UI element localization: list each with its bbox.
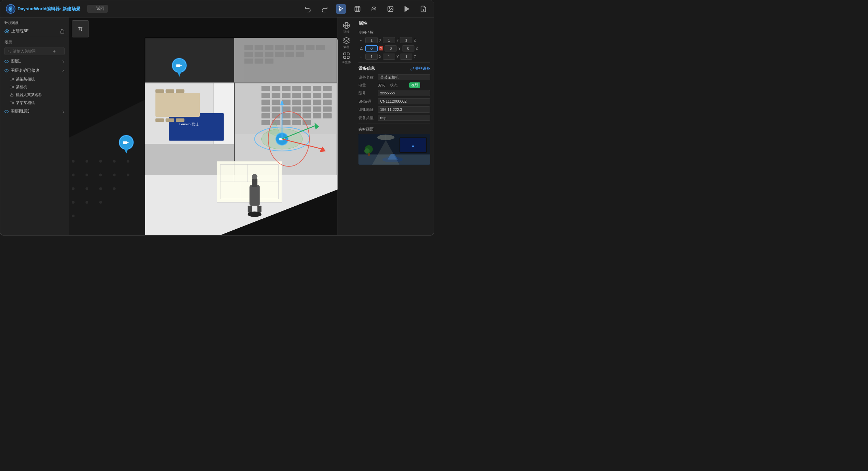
model-input[interactable]	[378, 90, 430, 96]
position-icon: ⌐	[358, 37, 364, 43]
search-box[interactable]: +	[4, 47, 65, 55]
svg-point-49	[113, 187, 116, 190]
svg-point-44	[127, 174, 129, 176]
pos-y-input[interactable]	[383, 37, 395, 43]
scale-x-input[interactable]	[365, 54, 378, 60]
rot-x-clear-button[interactable]: X	[379, 46, 383, 50]
sn-input[interactable]	[378, 98, 430, 104]
magnet-tool-button[interactable]	[369, 4, 379, 14]
svg-rect-86	[272, 86, 280, 91]
divider1	[358, 62, 430, 63]
layer-header: 图层	[4, 40, 65, 45]
svg-rect-100	[272, 100, 280, 105]
undo-button[interactable]	[303, 4, 313, 14]
eye-icon	[4, 29, 9, 34]
back-button[interactable]: ← 返回	[87, 5, 108, 13]
frame-tool-button[interactable]	[353, 4, 362, 14]
svg-rect-82	[244, 59, 253, 64]
pos-z-input[interactable]	[400, 37, 412, 43]
rot-x-input[interactable]	[365, 45, 378, 51]
twin-panel-button[interactable]: 孪生体	[340, 51, 353, 65]
svg-rect-113	[261, 113, 270, 118]
3d-scene[interactable]: Lenovo 联想	[69, 18, 338, 235]
realtime-preview[interactable]: ■	[358, 134, 430, 165]
svg-rect-68	[244, 45, 253, 50]
svg-rect-184	[368, 153, 370, 156]
add-layer-button[interactable]: +	[53, 48, 56, 54]
back-icon: ←	[91, 7, 95, 11]
material-panel-button[interactable]: 素材	[340, 36, 353, 50]
pos-x-input[interactable]	[365, 37, 378, 43]
svg-point-3	[10, 8, 12, 10]
layer-item-layer1[interactable]: 图层1 ∨	[0, 57, 69, 66]
svg-rect-124	[302, 120, 311, 125]
svg-rect-76	[244, 52, 253, 57]
svg-rect-23	[10, 86, 12, 88]
device-name-label: 设备名称	[358, 75, 376, 80]
svg-rect-133	[165, 89, 174, 93]
sn-label: SN编码	[358, 99, 376, 104]
svg-point-35	[85, 160, 88, 163]
layer1-expand-icon: ∨	[62, 59, 65, 63]
svg-point-37	[113, 160, 116, 163]
svg-point-140	[252, 174, 258, 180]
child-robot[interactable]: 机器人某某名称	[6, 91, 69, 99]
device-info-header: 设备信息 关联设备	[358, 66, 430, 71]
device-name-input[interactable]	[378, 74, 430, 80]
child-camera3[interactable]: 某某某相机	[6, 99, 69, 107]
scale-icon: ↔	[358, 54, 364, 59]
svg-rect-120	[261, 120, 270, 125]
battery-status-row: 电量 87% 状态 在线	[358, 82, 430, 88]
redo-button[interactable]	[320, 4, 329, 14]
select-tool-button[interactable]	[336, 4, 346, 14]
camera-icon-1	[10, 77, 14, 81]
child-camera1[interactable]: 某某某相机	[6, 75, 69, 83]
export-button[interactable]	[419, 4, 428, 14]
env-panel-button[interactable]: 环境	[340, 21, 353, 35]
pos-z-label: Z	[414, 38, 416, 42]
svg-rect-119	[323, 113, 332, 118]
topbar: DaystarWorld编辑器: 新建场景 ← 返回	[0, 0, 434, 18]
play-button[interactable]	[402, 4, 412, 14]
svg-rect-131	[155, 93, 200, 117]
svg-rect-69	[255, 45, 263, 50]
right-icon-panel: 环境 素材 孪生体	[338, 18, 355, 235]
sn-row: SN编码	[358, 98, 430, 104]
rot-y-input[interactable]	[385, 45, 397, 51]
viewport[interactable]: Lenovo 联想	[69, 18, 338, 235]
env-map-title: 环境地图	[0, 18, 69, 27]
rot-z-input[interactable]	[402, 45, 414, 51]
svg-line-18	[10, 52, 11, 53]
svg-rect-102	[292, 100, 301, 105]
layer-item-layer3[interactable]: 图层图层3 ∨	[0, 107, 69, 116]
direction-label: 前	[78, 26, 82, 32]
svg-rect-28	[10, 102, 12, 104]
svg-point-36	[99, 160, 102, 163]
svg-rect-93	[272, 93, 280, 98]
search-input[interactable]	[13, 49, 51, 53]
svg-rect-95	[292, 93, 301, 98]
env-map-section: 上研院6F	[0, 27, 69, 37]
scale-z-input[interactable]	[400, 54, 412, 60]
env-name: 上研院6F	[11, 28, 28, 34]
url-input[interactable]	[378, 106, 430, 113]
svg-rect-65	[145, 82, 337, 83]
svg-point-40	[72, 174, 75, 176]
svg-rect-117	[302, 113, 311, 118]
svg-rect-91	[323, 86, 332, 91]
layer-item-layer2[interactable]: 图层名称已修改 ∧	[0, 66, 69, 75]
child-camera2[interactable]: 某相机	[6, 83, 69, 91]
svg-rect-25	[10, 95, 13, 96]
svg-rect-135	[155, 118, 164, 122]
svg-rect-73	[296, 45, 304, 50]
pos-y-label: Y	[397, 38, 399, 42]
link-device-button[interactable]: 关联设备	[410, 66, 430, 71]
image-tool-button[interactable]	[386, 4, 395, 14]
device-type-input[interactable]	[378, 115, 430, 121]
svg-rect-89	[302, 86, 311, 91]
scale-y-input[interactable]	[383, 54, 395, 60]
lock-icon	[60, 29, 65, 34]
app-logo: DaystarWorld编辑器: 新建场景	[6, 4, 80, 14]
svg-rect-112	[323, 106, 332, 112]
env-icon	[343, 22, 350, 29]
